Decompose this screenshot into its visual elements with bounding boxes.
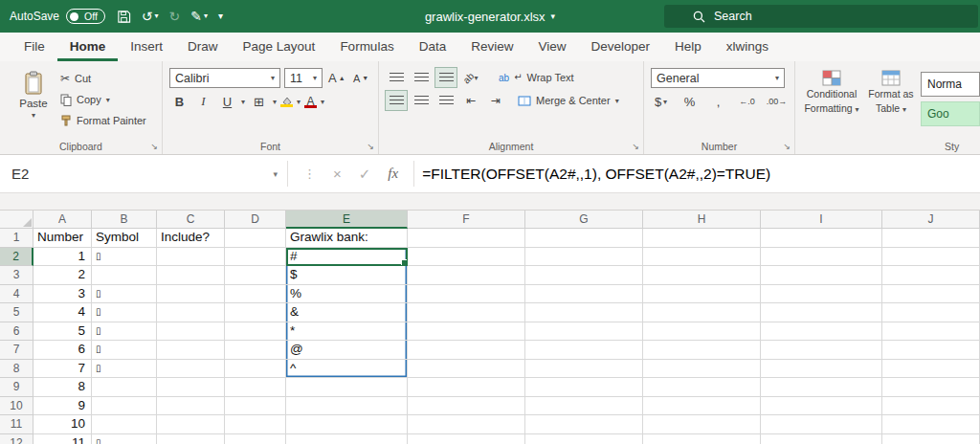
cell-E10[interactable]: [286, 397, 408, 416]
cancel-button[interactable]: ×: [333, 166, 342, 182]
row-header-7[interactable]: 7: [0, 341, 33, 360]
cell-C2[interactable]: [157, 248, 225, 267]
tab-view[interactable]: View: [525, 33, 578, 61]
row-header-10[interactable]: 10: [0, 397, 33, 416]
cell-E4[interactable]: %: [286, 285, 408, 304]
cell-G10[interactable]: [525, 397, 643, 416]
percent-button[interactable]: %: [679, 92, 700, 111]
cell-F8[interactable]: [408, 360, 525, 379]
tab-draw[interactable]: Draw: [175, 33, 231, 61]
cell-D1[interactable]: [225, 229, 286, 248]
tab-formulas[interactable]: Formulas: [327, 33, 406, 61]
cell-F5[interactable]: [408, 303, 525, 322]
column-header-I[interactable]: I: [761, 211, 882, 229]
cell-F11[interactable]: [408, 415, 525, 434]
cell-J4[interactable]: [882, 285, 980, 304]
cell-J9[interactable]: [882, 378, 980, 397]
cell-E3[interactable]: $: [286, 266, 408, 285]
cell-A6[interactable]: 5: [33, 322, 92, 342]
cell-G4[interactable]: [525, 285, 643, 304]
cell-F1[interactable]: [408, 229, 525, 248]
cell-J3[interactable]: [882, 266, 980, 285]
cell-J10[interactable]: [882, 397, 980, 416]
cell-H1[interactable]: [643, 229, 761, 248]
cell-F4[interactable]: [408, 285, 525, 304]
row-header-11[interactable]: 11: [0, 415, 33, 434]
format-as-table-button[interactable]: Format as Table ▾: [861, 68, 921, 137]
cell-A4[interactable]: 3: [33, 285, 92, 304]
row-header-5[interactable]: 5: [0, 303, 33, 322]
cell-B12[interactable]: ▯: [92, 434, 157, 444]
cell-I7[interactable]: [761, 341, 882, 360]
cell-J2[interactable]: [882, 248, 980, 267]
title-dropdown-icon[interactable]: ▾: [551, 11, 556, 21]
borders-button[interactable]: ⊞: [249, 92, 269, 111]
cell-B2[interactable]: ▯: [92, 248, 157, 267]
cell-D6[interactable]: [225, 322, 286, 342]
cell-C1[interactable]: Include?: [157, 229, 225, 248]
formula-input[interactable]: =FILTER(OFFSET(A2#,,1), OFFSET(A2#,,2)=T…: [414, 155, 980, 192]
cell-F6[interactable]: [408, 322, 525, 342]
redo-button[interactable]: ↻: [169, 10, 181, 23]
cell-J1[interactable]: [882, 229, 980, 248]
cell-style-normal[interactable]: Norma: [921, 72, 980, 97]
cell-E12[interactable]: [286, 434, 408, 444]
font-color-caret-icon[interactable]: ▾: [321, 98, 324, 106]
cell-A9[interactable]: 8: [33, 378, 92, 397]
column-header-B[interactable]: B: [92, 211, 157, 229]
tab-data[interactable]: Data: [407, 33, 459, 61]
cell-D8[interactable]: [225, 360, 286, 379]
cell-G7[interactable]: [525, 341, 643, 360]
cell-style-good[interactable]: Goo: [921, 101, 980, 126]
row-header-3[interactable]: 3: [0, 266, 33, 285]
cell-D7[interactable]: [225, 341, 286, 360]
align-top-button[interactable]: [386, 68, 407, 87]
cell-A5[interactable]: 4: [33, 303, 92, 322]
row-header-12[interactable]: 12: [0, 434, 33, 444]
cell-I10[interactable]: [761, 397, 882, 416]
cell-H12[interactable]: [643, 434, 761, 444]
cell-D9[interactable]: [225, 378, 286, 397]
wrap-text-button[interactable]: ab ↵ Wrap Text: [499, 69, 574, 86]
align-right-button[interactable]: [435, 91, 457, 110]
cut-button[interactable]: ✂ Cut: [60, 70, 146, 87]
fill-color-button[interactable]: [280, 97, 293, 107]
cell-A2[interactable]: 1: [33, 248, 92, 267]
cell-G5[interactable]: [525, 303, 643, 322]
cell-I12[interactable]: [761, 434, 882, 444]
increase-font-button[interactable]: A▲: [326, 69, 347, 88]
cell-H9[interactable]: [643, 378, 761, 397]
cell-D11[interactable]: [225, 415, 286, 434]
cell-I2[interactable]: [761, 248, 882, 267]
cell-E1[interactable]: Grawlix bank:: [286, 229, 408, 248]
cell-E9[interactable]: [286, 378, 408, 397]
cell-H11[interactable]: [643, 415, 761, 434]
cell-C8[interactable]: [157, 360, 225, 379]
cell-D10[interactable]: [225, 397, 286, 416]
pen-tool-button[interactable]: ✎ ▾: [190, 10, 208, 23]
cell-E8[interactable]: ^: [286, 360, 408, 379]
increase-decimal-button[interactable]: ←.0: [737, 92, 757, 111]
cell-G12[interactable]: [525, 434, 643, 444]
cell-H5[interactable]: [643, 303, 761, 322]
cell-A7[interactable]: 6: [33, 341, 92, 360]
cell-B9[interactable]: [92, 378, 157, 397]
decrease-indent-button[interactable]: ⇤: [460, 91, 481, 110]
cell-H2[interactable]: [643, 248, 761, 267]
merge-center-button[interactable]: Merge & Center ▾: [518, 92, 619, 109]
align-center-button[interactable]: [411, 91, 432, 110]
cell-C12[interactable]: [157, 434, 225, 444]
align-middle-button[interactable]: [411, 68, 432, 87]
column-header-J[interactable]: J: [882, 211, 980, 229]
cell-J7[interactable]: [882, 341, 980, 360]
cell-A3[interactable]: 2: [33, 266, 92, 285]
cell-I5[interactable]: [761, 303, 882, 322]
align-bottom-button[interactable]: [435, 68, 457, 87]
cell-B6[interactable]: ▯: [92, 322, 157, 342]
cell-A11[interactable]: 10: [33, 415, 92, 434]
cell-H8[interactable]: [643, 360, 761, 379]
align-left-button[interactable]: [386, 91, 407, 110]
font-size-combo[interactable]: 11 ▾: [284, 68, 323, 88]
conditional-formatting-button[interactable]: Conditional Formatting ▾: [802, 68, 861, 137]
cell-C10[interactable]: [157, 397, 225, 416]
